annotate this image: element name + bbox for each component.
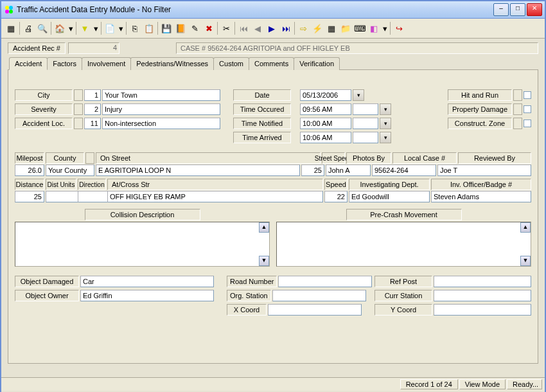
time-occured-dropdown[interactable]: ▾: [380, 103, 391, 115]
severity-lookup-button[interactable]: [74, 103, 83, 115]
delete-icon[interactable]: ✖: [202, 21, 216, 35]
dropdown-icon[interactable]: ▾: [117, 21, 125, 35]
milepost-input[interactable]: [15, 165, 44, 176]
speed-input[interactable]: [324, 191, 348, 202]
close-button[interactable]: ✕: [527, 3, 542, 16]
accident-loc-input[interactable]: [102, 118, 220, 129]
label-local-case: Local Case #: [392, 152, 457, 164]
construct-zone-checkbox[interactable]: [524, 120, 531, 127]
property-damage-lookup-button[interactable]: [513, 103, 522, 115]
inv-dept-input[interactable]: [349, 191, 430, 202]
on-street-input[interactable]: [96, 165, 300, 176]
curr-station-input[interactable]: [434, 290, 531, 301]
accident-rec-number: 4: [68, 42, 119, 54]
home-icon[interactable]: 🏠: [53, 21, 67, 35]
road-number-input[interactable]: [278, 276, 372, 287]
org-station-input[interactable]: [272, 290, 366, 301]
svg-point-2: [5, 10, 9, 13]
tab-factors[interactable]: Factors: [47, 57, 82, 70]
severity-input[interactable]: [102, 103, 220, 115]
nav-next-icon[interactable]: ▶: [265, 21, 279, 35]
severity-code-input[interactable]: [84, 103, 101, 115]
property-damage-checkbox[interactable]: [524, 105, 531, 113]
time-occured-ext-input[interactable]: [353, 103, 378, 115]
label-at-cross: At/Cross Str: [107, 179, 323, 190]
scroll-down-icon[interactable]: ▼: [259, 256, 269, 266]
find-icon[interactable]: 🔍: [35, 21, 49, 35]
dropdown-icon[interactable]: ▾: [67, 21, 75, 35]
maximize-button[interactable]: □: [510, 3, 525, 16]
accident-loc-lookup-button[interactable]: [74, 118, 83, 129]
eraser-icon[interactable]: ◧: [367, 21, 381, 35]
time-arrived-input[interactable]: [300, 132, 351, 143]
local-case-input[interactable]: [372, 165, 436, 176]
time-notified-ext-input[interactable]: [353, 118, 378, 129]
county-lookup-button[interactable]: [85, 152, 94, 164]
nav-prev-icon[interactable]: ◀: [251, 21, 265, 35]
time-occured-input[interactable]: [300, 103, 351, 115]
copy-icon[interactable]: ⎘: [128, 21, 142, 35]
city-code-input[interactable]: [84, 89, 101, 101]
inv-officer-input[interactable]: [431, 191, 531, 202]
dropdown-icon[interactable]: ▾: [92, 21, 100, 35]
tab-custom[interactable]: Custom: [213, 57, 249, 70]
time-arrived-dropdown[interactable]: ▾: [380, 132, 391, 143]
dropdown-icon[interactable]: ▾: [381, 21, 389, 35]
object-owner-input[interactable]: [80, 290, 214, 301]
time-notified-dropdown[interactable]: ▾: [380, 118, 391, 129]
label-speed: Speed: [324, 179, 348, 190]
cut-icon[interactable]: ✂: [219, 21, 233, 35]
county-input[interactable]: [46, 165, 94, 176]
collision-desc-textarea[interactable]: ▲ ▼: [15, 222, 270, 267]
ref-post-input[interactable]: [434, 276, 531, 287]
construct-zone-lookup-button[interactable]: [513, 118, 522, 129]
page-icon[interactable]: ▦: [324, 21, 339, 35]
photos-by-input[interactable]: [326, 165, 371, 176]
status-record: Record 1 of 24: [400, 379, 458, 389]
city-input[interactable]: [102, 89, 220, 101]
date-picker-button[interactable]: ▾: [353, 89, 364, 101]
filter-icon[interactable]: ▼: [78, 21, 92, 35]
date-input[interactable]: [300, 89, 351, 101]
tab-accident[interactable]: Accident: [9, 57, 48, 70]
minimize-button[interactable]: –: [493, 3, 509, 16]
time-notified-input[interactable]: [300, 118, 351, 129]
keyboard-icon[interactable]: ⌨: [353, 21, 367, 35]
street-speed-input[interactable]: [301, 165, 324, 176]
reviewed-by-input[interactable]: [437, 165, 531, 176]
paste-icon[interactable]: 📋: [142, 21, 156, 35]
tab-involvement[interactable]: Involvement: [82, 57, 131, 70]
new-icon[interactable]: 📄: [103, 21, 117, 35]
hit-and-run-checkbox[interactable]: [524, 91, 531, 99]
nav-first-icon[interactable]: ⏮: [236, 21, 251, 35]
exit-icon[interactable]: ↪: [392, 21, 406, 35]
window-controls: – □ ✕: [493, 3, 542, 16]
y-coord-input[interactable]: [434, 304, 531, 316]
book-icon[interactable]: 📙: [173, 21, 188, 35]
arrow-right-icon[interactable]: ⇨: [296, 21, 310, 35]
edit-icon[interactable]: ✎: [188, 21, 202, 35]
tab-verification[interactable]: Verification: [294, 57, 340, 70]
grid-icon[interactable]: ▦: [4, 21, 18, 35]
accident-loc-code-input[interactable]: [84, 118, 101, 129]
time-arrived-ext-input[interactable]: [353, 132, 378, 143]
nav-last-icon[interactable]: ⏭: [279, 21, 293, 35]
object-damaged-input[interactable]: [80, 276, 214, 287]
label-object-owner: Object Owner: [15, 290, 79, 301]
precrash-textarea[interactable]: ▲ ▼: [276, 222, 531, 267]
scroll-up-icon[interactable]: ▲: [259, 222, 269, 233]
save-icon[interactable]: 💾: [159, 21, 173, 35]
label-milepost: Milepost: [15, 152, 44, 164]
hit-and-run-lookup-button[interactable]: [513, 89, 522, 101]
print-icon[interactable]: 🖨: [21, 21, 35, 35]
city-lookup-button[interactable]: [74, 89, 83, 101]
lightning-icon[interactable]: ⚡: [310, 21, 324, 35]
x-coord-input[interactable]: [268, 304, 362, 316]
tab-pedestrians-witnesses[interactable]: Pedestrians/Witnesses: [130, 57, 214, 70]
distance-input[interactable]: [15, 191, 44, 202]
scroll-down-icon[interactable]: ▼: [520, 256, 531, 266]
scroll-up-icon[interactable]: ▲: [520, 222, 531, 233]
tab-comments[interactable]: Comments: [249, 57, 294, 70]
folder-icon[interactable]: 📁: [339, 21, 353, 35]
at-cross-input[interactable]: [107, 191, 323, 202]
